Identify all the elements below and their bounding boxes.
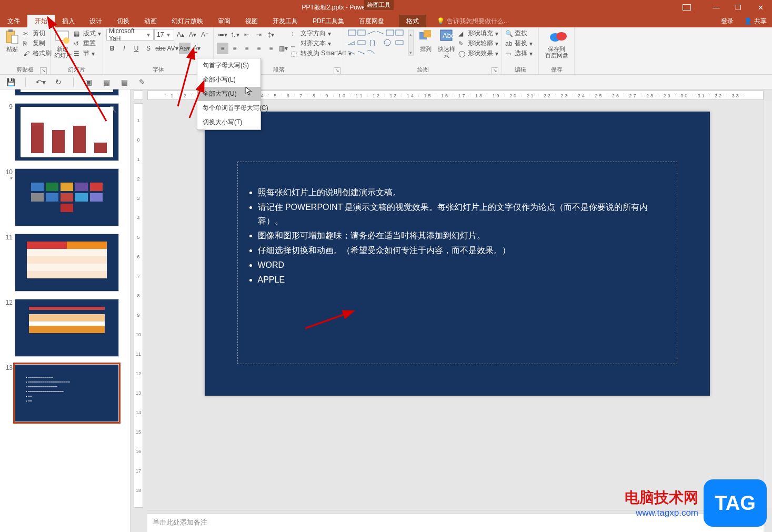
quick-access-toolbar: 💾 ↶▾ ↻ ▣ ▤ ▦ ✎ — [0, 75, 772, 89]
watermark-cn: 电脑技术网 — [625, 488, 698, 508]
svg-marker-12 — [358, 41, 365, 45]
cloud-icon — [548, 29, 566, 45]
thumb-slide-13[interactable]: ▪ ━━━━━━━━━━━━▪ ━━━━━━━━━━━━━━━━━━━━▪ ━━… — [15, 364, 119, 422]
grow-font-button[interactable]: A▴ — [175, 29, 186, 41]
bullet-item: APPLE — [258, 273, 668, 287]
svg-rect-5 — [348, 30, 356, 35]
close-button[interactable]: ✕ — [754, 4, 767, 12]
menu-lowercase[interactable]: 全部小写(L) — [197, 73, 260, 87]
replace-icon: ab — [505, 40, 513, 47]
svg-line-24 — [52, 24, 106, 121]
align-text-icon: ⎯ — [291, 40, 298, 47]
text-direction-button[interactable]: ↕文字方向▾ — [291, 29, 352, 38]
cut-button[interactable]: ✂剪切 — [23, 29, 52, 38]
dec-indent-button[interactable]: ⇤ — [241, 29, 253, 41]
vertical-scrollbar[interactable] — [764, 101, 772, 508]
clipboard-launcher[interactable]: ↘ — [40, 67, 47, 74]
thumb-number-8: 8 — [3, 89, 14, 96]
qat-icon-3[interactable]: ▦ — [119, 77, 129, 87]
shape-fill-button[interactable]: ◢形状填充▾ — [458, 29, 498, 38]
shape-gallery[interactable]: { } ▴ ▾ — [347, 29, 415, 58]
tell-me-input[interactable]: 💡 告诉我您想要做什么... — [437, 15, 509, 27]
arrange-button[interactable]: 排列 — [417, 29, 435, 52]
tab-review[interactable]: 审阅 — [210, 15, 238, 27]
align-text-button[interactable]: ⎯对齐文本▾ — [291, 39, 352, 48]
group-save-label: 保存 — [551, 66, 563, 73]
pen-icon: ✎ — [458, 40, 466, 47]
save-icon[interactable]: 💾 — [5, 77, 16, 87]
tab-pdf[interactable]: PDF工具集 — [305, 15, 352, 27]
find-button[interactable]: 🔍查找 — [505, 29, 533, 38]
save-baidu-button[interactable]: 保存到 百度网盘 — [542, 29, 571, 58]
vertical-ruler[interactable]: 10123456789101112131415161718 — [134, 103, 143, 508]
menu-sentence-case[interactable]: 句首字母大写(S) — [197, 58, 260, 73]
align-center-button[interactable]: ≡ — [229, 43, 240, 54]
justify-button[interactable]: ≡ — [253, 43, 265, 54]
align-left-button[interactable]: ≡ — [217, 43, 228, 54]
group-drawing-label: 绘图 — [417, 66, 429, 73]
svg-rect-10 — [396, 30, 403, 35]
watermark: 电脑技术网 www.tagxp.com TAG — [625, 479, 767, 527]
content-textbox[interactable]: 照每张幻灯片上的说明创建演示文稿。请记住 POWERPOINT 是演示文稿的视觉… — [237, 162, 677, 364]
paragraph-launcher[interactable]: ↘ — [334, 67, 340, 74]
font-size-combo[interactable]: 17▾ — [154, 29, 174, 41]
thumb-slide-11[interactable] — [15, 234, 119, 292]
minimize-button[interactable]: — — [710, 4, 723, 12]
tab-animations[interactable]: 动画 — [137, 15, 164, 27]
inc-indent-button[interactable]: ⇥ — [253, 29, 265, 41]
shadow-button[interactable]: S — [143, 43, 154, 54]
contextual-tool-label: 绘图工具 — [363, 0, 395, 10]
smartart-button[interactable]: ⬚转换为 SmartArt▾ — [291, 49, 352, 58]
tab-view[interactable]: 视图 — [238, 15, 265, 27]
slide-canvas[interactable]: 照每张幻灯片上的说明创建演示文稿。请记住 POWERPOINT 是演示文稿的视觉… — [205, 112, 710, 396]
distribute-button[interactable]: ≡ — [265, 43, 277, 54]
tab-baidu[interactable]: 百度网盘 — [352, 15, 392, 27]
brush-icon: 🖌 — [23, 50, 31, 57]
tab-developer[interactable]: 开发工具 — [265, 15, 305, 27]
format-painter-button[interactable]: 🖌格式刷 — [23, 49, 52, 58]
group-drawing: { } ▴ ▾ 排列 Abc 快速样式 ◢形状填充▾ ✎形状轮廓▾ — [344, 27, 502, 74]
tab-format[interactable]: 格式 — [399, 15, 426, 27]
tab-file[interactable]: 文件 — [0, 15, 27, 27]
restore-button[interactable]: ❐ — [732, 4, 745, 12]
share-button[interactable]: 👤 共享 — [739, 15, 772, 27]
slide-thumbnail-panel[interactable]: 8 9 🔍 10* — [0, 89, 131, 532]
paste-label: 粘贴 — [6, 46, 18, 52]
replace-button[interactable]: ab替换▾ — [505, 39, 533, 48]
editor-area: · 1 · 2 · 1 · 0 · 1 · 2 · 3 · 4 · 5 · 6 … — [131, 89, 772, 532]
svg-line-26 — [189, 88, 201, 118]
quick-styles-button[interactable]: Abc 快速样式 — [437, 29, 456, 58]
align-right-button[interactable]: ≡ — [241, 43, 253, 54]
underline-button[interactable]: U — [131, 43, 142, 54]
numbering-button[interactable]: ⒈▾ — [229, 29, 240, 41]
shrink-font-button[interactable]: A▾ — [187, 29, 198, 41]
smartart-icon: ⬚ — [291, 50, 298, 57]
login-button[interactable]: 登录 — [716, 15, 739, 27]
font-name-combo[interactable]: Microsoft YaH▾ — [106, 29, 154, 41]
drawing-launcher[interactable]: ↘ — [492, 67, 498, 74]
italic-button[interactable]: I — [118, 43, 130, 54]
svg-line-8 — [377, 31, 384, 34]
tab-transitions[interactable]: 切换 — [109, 15, 137, 27]
select-button[interactable]: ▭选择▾ — [505, 49, 533, 58]
columns-button[interactable]: ▥▾ — [277, 43, 289, 54]
qat-icon-4[interactable]: ✎ — [137, 77, 147, 87]
thumb-slide-10[interactable] — [15, 168, 119, 226]
bullets-button[interactable]: ≔▾ — [217, 29, 228, 41]
line-spacing-button[interactable]: ‡▾ — [265, 29, 277, 41]
share-label: 共享 — [754, 15, 767, 27]
paste-button[interactable]: 粘贴 — [3, 29, 21, 52]
svg-point-14 — [384, 39, 390, 46]
strike-button[interactable]: abc — [155, 43, 166, 54]
svg-rect-6 — [358, 30, 365, 35]
undo-icon[interactable]: ↶▾ — [35, 77, 46, 87]
ribbon-display-options-icon[interactable] — [683, 4, 691, 11]
thumb-slide-12[interactable] — [15, 299, 119, 357]
shape-effects-button[interactable]: ◯形状效果▾ — [458, 49, 498, 58]
clear-format-button[interactable]: A⁻ — [199, 29, 210, 41]
bullet-item: WORD — [258, 258, 668, 273]
tab-slideshow[interactable]: 幻灯片放映 — [164, 15, 210, 27]
copy-button[interactable]: ⎘复制 — [23, 39, 52, 48]
shape-outline-button[interactable]: ✎形状轮廓▾ — [458, 39, 498, 48]
watermark-url: www.tagxp.com — [625, 508, 698, 518]
